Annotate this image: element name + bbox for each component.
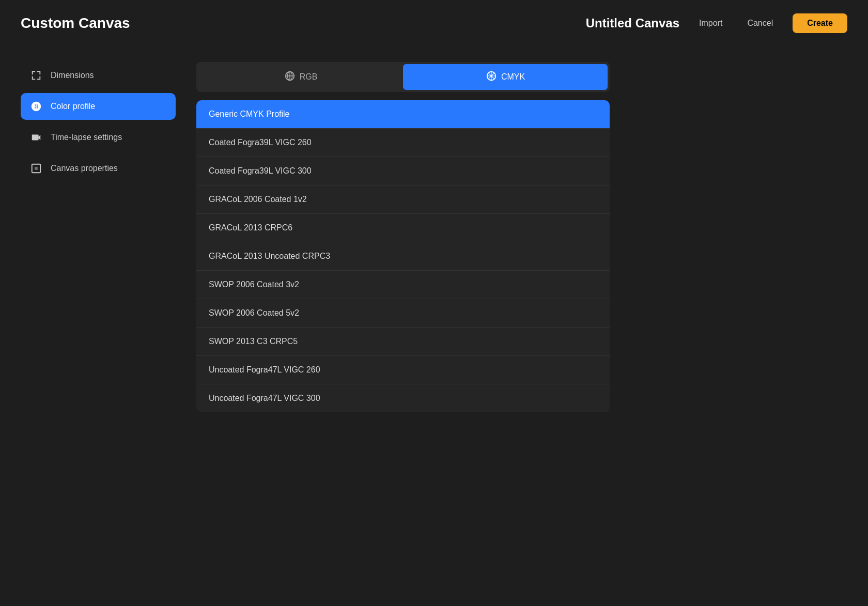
- profile-item-swop-2006-3v2[interactable]: SWOP 2006 Coated 3v2: [196, 271, 610, 299]
- cmyk-tab[interactable]: CMYK: [403, 64, 608, 90]
- rgb-tab-label: RGB: [300, 72, 318, 82]
- sidebar-item-color-profile[interactable]: Color profile: [21, 93, 176, 120]
- profile-item-uncoated-fogra47l-300[interactable]: Uncoated Fogra47L VIGC 300: [196, 384, 610, 412]
- import-button[interactable]: Import: [694, 15, 727, 31]
- create-button[interactable]: Create: [793, 13, 847, 33]
- app-title: Custom Canvas: [21, 15, 586, 32]
- profile-item-uncoated-fogra47l-260[interactable]: Uncoated Fogra47L VIGC 260: [196, 356, 610, 384]
- sidebar: Dimensions Color profile Time-lapse sett…: [21, 57, 176, 596]
- profile-item-swop-2006-5v2[interactable]: SWOP 2006 Coated 5v2: [196, 299, 610, 328]
- header: Custom Canvas Untitled Canvas Import Can…: [0, 0, 868, 46]
- profile-item-generic-cmyk[interactable]: Generic CMYK Profile: [196, 100, 610, 129]
- profile-item-gracol-2013-crpc6[interactable]: GRACoL 2013 CRPC6: [196, 214, 610, 242]
- sidebar-item-dimensions-label: Dimensions: [51, 71, 94, 80]
- sidebar-item-color-profile-label: Color profile: [51, 102, 95, 111]
- sidebar-item-canvas-properties-label: Canvas properties: [51, 164, 118, 173]
- canvas-properties-icon: [30, 162, 42, 175]
- dimensions-icon: [30, 69, 42, 82]
- rgb-tab[interactable]: RGB: [198, 64, 403, 90]
- color-mode-tabs: RGB CMYK: [196, 62, 610, 92]
- canvas-title: Untitled Canvas: [586, 16, 679, 30]
- timelapse-icon: [30, 131, 42, 144]
- cmyk-icon: [486, 70, 497, 84]
- profile-item-coated-fogra39l-300[interactable]: Coated Fogra39L VIGC 300: [196, 157, 610, 185]
- sidebar-item-dimensions[interactable]: Dimensions: [21, 62, 176, 89]
- sidebar-item-canvas-properties[interactable]: Canvas properties: [21, 155, 176, 182]
- profile-item-gracol-2006-1v2[interactable]: GRACoL 2006 Coated 1v2: [196, 185, 610, 214]
- sidebar-item-timelapse-label: Time-lapse settings: [51, 133, 122, 142]
- color-profile-icon: [30, 100, 42, 113]
- profile-item-gracol-2013-crpc3[interactable]: GRACoL 2013 Uncoated CRPC3: [196, 242, 610, 271]
- profile-item-coated-fogra39l-260[interactable]: Coated Fogra39L VIGC 260: [196, 129, 610, 157]
- cmyk-tab-label: CMYK: [501, 72, 525, 82]
- rgb-icon: [284, 70, 296, 84]
- profile-item-swop-2013-c3[interactable]: SWOP 2013 C3 CRPC5: [196, 328, 610, 356]
- content-area: RGB CMYK Generic CMYK Profile Coated Fog…: [196, 57, 847, 596]
- cancel-button[interactable]: Cancel: [742, 15, 778, 31]
- profile-list: Generic CMYK Profile Coated Fogra39L VIG…: [196, 100, 610, 412]
- sidebar-item-timelapse[interactable]: Time-lapse settings: [21, 124, 176, 151]
